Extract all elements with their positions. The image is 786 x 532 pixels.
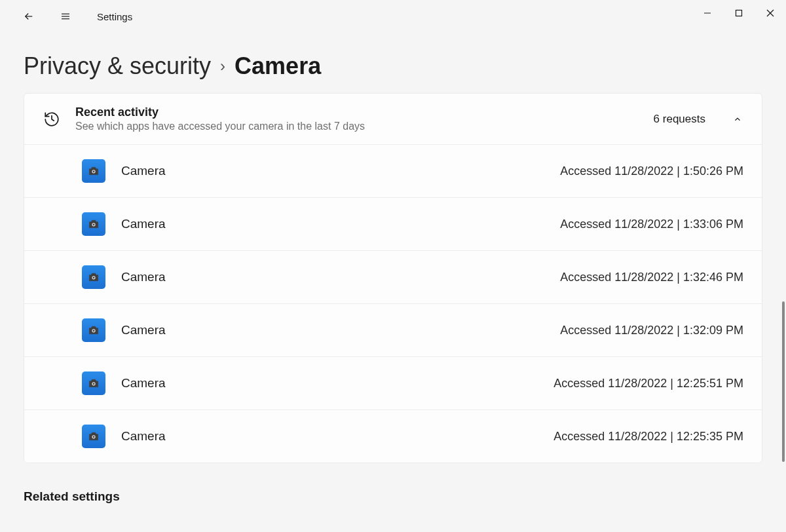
history-icon bbox=[43, 110, 61, 128]
svg-point-10 bbox=[93, 224, 95, 226]
scrollbar[interactable] bbox=[782, 301, 785, 462]
svg-point-14 bbox=[93, 330, 95, 332]
maximize-icon bbox=[735, 9, 743, 17]
panel-subtitle: See which apps have accessed your camera… bbox=[75, 121, 639, 132]
svg-point-12 bbox=[93, 277, 95, 279]
activity-app-name: Camera bbox=[121, 164, 544, 178]
activity-access-time: Accessed 11/28/2022 | 1:32:46 PM bbox=[560, 271, 743, 284]
activity-access-time: Accessed 11/28/2022 | 12:25:35 PM bbox=[553, 430, 743, 444]
close-button[interactable] bbox=[755, 0, 786, 26]
back-button[interactable] bbox=[18, 6, 39, 27]
activity-access-time: Accessed 11/28/2022 | 1:33:06 PM bbox=[560, 218, 743, 231]
breadcrumb: Privacy & security › Camera bbox=[0, 33, 786, 93]
svg-point-16 bbox=[93, 383, 95, 385]
panel-title: Recent activity bbox=[75, 105, 639, 119]
recent-activity-header[interactable]: Recent activity See which apps have acce… bbox=[24, 94, 762, 144]
chevron-up-icon bbox=[732, 113, 743, 125]
activity-row: Camera Accessed 11/28/2022 | 1:50:26 PM bbox=[24, 144, 762, 197]
titlebar: Settings bbox=[0, 0, 786, 33]
request-count: 6 requests bbox=[654, 113, 705, 126]
close-icon bbox=[766, 9, 774, 17]
activity-access-time: Accessed 11/28/2022 | 12:25:51 PM bbox=[553, 377, 743, 390]
related-settings-heading: Related settings bbox=[0, 463, 786, 504]
breadcrumb-parent[interactable]: Privacy & security bbox=[24, 52, 211, 80]
activity-app-name: Camera bbox=[121, 270, 544, 284]
chevron-right-icon: › bbox=[220, 57, 225, 75]
activity-row: Camera Accessed 11/28/2022 | 12:25:51 PM bbox=[24, 356, 762, 409]
svg-point-18 bbox=[93, 436, 95, 438]
minimize-button[interactable] bbox=[692, 0, 723, 26]
activity-row: Camera Accessed 11/28/2022 | 1:32:46 PM bbox=[24, 250, 762, 303]
breadcrumb-current: Camera bbox=[234, 52, 321, 80]
activity-row: Camera Accessed 11/28/2022 | 1:33:06 PM bbox=[24, 197, 762, 250]
camera-app-icon bbox=[82, 425, 105, 448]
svg-point-8 bbox=[93, 171, 95, 173]
camera-app-icon bbox=[82, 159, 105, 183]
activity-row: Camera Accessed 11/28/2022 | 1:32:09 PM bbox=[24, 303, 762, 356]
camera-app-icon bbox=[82, 318, 105, 342]
svg-rect-4 bbox=[736, 10, 742, 16]
camera-app-icon bbox=[82, 212, 105, 236]
activity-access-time: Accessed 11/28/2022 | 1:32:09 PM bbox=[560, 324, 743, 337]
hamburger-icon bbox=[60, 10, 71, 22]
activity-access-time: Accessed 11/28/2022 | 1:50:26 PM bbox=[560, 164, 743, 178]
minimize-icon bbox=[703, 9, 711, 17]
activity-app-name: Camera bbox=[121, 429, 538, 444]
app-title: Settings bbox=[97, 11, 132, 22]
activity-row: Camera Accessed 11/28/2022 | 12:25:35 PM bbox=[24, 409, 762, 463]
maximize-button[interactable] bbox=[723, 0, 755, 26]
activity-app-name: Camera bbox=[121, 323, 544, 337]
activity-app-name: Camera bbox=[121, 376, 538, 390]
camera-app-icon bbox=[82, 265, 105, 289]
activity-app-name: Camera bbox=[121, 217, 544, 231]
arrow-left-icon bbox=[23, 10, 35, 22]
activity-list: Camera Accessed 11/28/2022 | 1:50:26 PM … bbox=[24, 144, 762, 463]
recent-activity-panel: Recent activity See which apps have acce… bbox=[24, 93, 762, 463]
menu-button[interactable] bbox=[55, 6, 76, 27]
camera-app-icon bbox=[82, 371, 105, 395]
